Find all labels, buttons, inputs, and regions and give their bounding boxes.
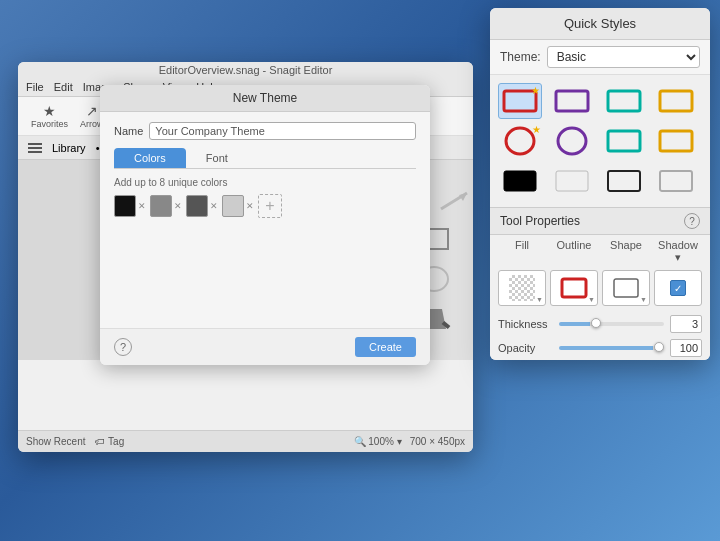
color-swatch-3[interactable] xyxy=(186,195,208,217)
remove-swatch-4[interactable]: ✕ xyxy=(246,201,254,211)
svg-rect-31 xyxy=(614,279,638,297)
menu-edit[interactable]: Edit xyxy=(54,81,73,93)
dialog-help-button[interactable]: ? xyxy=(114,338,132,356)
outline-control[interactable]: ▼ xyxy=(550,270,598,306)
menu-file[interactable]: File xyxy=(26,81,44,93)
tool-properties-panel: Tool Properties ? Fill Outline Shape Sha… xyxy=(490,207,710,360)
svg-point-22 xyxy=(506,128,534,154)
color-swatch-1[interactable] xyxy=(114,195,136,217)
svg-rect-21 xyxy=(660,91,692,111)
svg-rect-25 xyxy=(660,131,692,151)
shape-item-6[interactable] xyxy=(550,123,594,159)
quick-styles-panel: Quick Styles Theme: Basic ★ ★ xyxy=(490,8,710,360)
new-theme-dialog: New Theme Name Colors Font Add up to 8 u… xyxy=(100,85,430,365)
remove-swatch-3[interactable]: ✕ xyxy=(210,201,218,211)
dialog-footer: ? Create xyxy=(100,328,430,365)
outline-shape-icon xyxy=(560,277,588,299)
shape-item-7[interactable] xyxy=(602,123,646,159)
svg-rect-27 xyxy=(556,171,588,191)
svg-rect-30 xyxy=(562,279,586,297)
tool-props-title: Tool Properties xyxy=(500,214,580,228)
quick-styles-grid: ★ ★ xyxy=(490,75,710,207)
star-badge-1: ★ xyxy=(531,85,540,96)
fill-checkerboard-icon xyxy=(509,275,535,301)
shape-item-11[interactable] xyxy=(602,163,646,199)
opacity-label: Opacity xyxy=(498,342,553,354)
library-label[interactable]: Library xyxy=(52,142,86,154)
svg-rect-20 xyxy=(608,91,640,111)
colors-hint: Add up to 8 unique colors xyxy=(114,177,416,188)
shape-item-4[interactable] xyxy=(654,83,698,119)
thickness-slider[interactable] xyxy=(559,322,664,326)
tp-col-shape: Shape xyxy=(602,239,650,264)
opacity-row: Opacity 100 xyxy=(490,336,710,360)
toolbar-favorites-label: Favorites xyxy=(31,119,68,129)
remove-swatch-2[interactable]: ✕ xyxy=(174,201,182,211)
shape-item-10[interactable] xyxy=(550,163,594,199)
editor-title: EditorOverview.snag - Snagit Editor xyxy=(18,62,473,78)
tp-col-outline: Outline xyxy=(550,239,598,264)
toolbar-favorites[interactable]: ★ Favorites xyxy=(26,101,73,131)
swatch-item-2: ✕ xyxy=(150,195,182,217)
theme-select[interactable]: Basic xyxy=(547,46,700,68)
thickness-value[interactable]: 3 xyxy=(670,315,702,333)
quick-styles-title: Quick Styles xyxy=(490,8,710,40)
tp-col-shadow: Shadow ▾ xyxy=(654,239,702,264)
shadow-checkbox[interactable]: ✓ xyxy=(670,280,686,296)
tp-controls-row: ▼ ▼ ▼ ✓ xyxy=(490,268,710,312)
shape-item-2[interactable] xyxy=(550,83,594,119)
tool-props-help[interactable]: ? xyxy=(684,213,700,229)
fill-control[interactable]: ▼ xyxy=(498,270,546,306)
opacity-value[interactable]: 100 xyxy=(670,339,702,357)
color-swatch-2[interactable] xyxy=(150,195,172,217)
opacity-thumb xyxy=(654,342,664,352)
tab-font[interactable]: Font xyxy=(186,148,248,168)
shape-preview-icon xyxy=(612,277,640,299)
tp-col-fill: Fill xyxy=(498,239,546,264)
shadow-control[interactable]: ✓ xyxy=(654,270,702,306)
add-color-button[interactable]: + xyxy=(258,194,282,218)
zoom-control[interactable]: 🔍 100% ▾ xyxy=(354,436,402,447)
svg-rect-19 xyxy=(556,91,588,111)
fill-dropdown-arrow: ▼ xyxy=(536,296,543,303)
light-arrow-icon xyxy=(437,187,473,215)
dialog-title: New Theme xyxy=(100,85,430,112)
shape-control[interactable]: ▼ xyxy=(602,270,650,306)
theme-row: Theme: Basic xyxy=(490,40,710,75)
remove-swatch-1[interactable]: ✕ xyxy=(138,201,146,211)
opacity-slider[interactable] xyxy=(559,346,664,350)
shape-item-12[interactable] xyxy=(654,163,698,199)
color-swatches: ✕ ✕ ✕ ✕ + xyxy=(114,194,416,218)
show-recent-btn[interactable]: Show Recent xyxy=(26,436,85,447)
shape-item-3[interactable] xyxy=(602,83,646,119)
thickness-thumb xyxy=(591,318,601,328)
thickness-label: Thickness xyxy=(498,318,553,330)
theme-name-input[interactable] xyxy=(149,122,416,140)
tab-colors[interactable]: Colors xyxy=(114,148,186,168)
name-row: Name xyxy=(114,122,416,140)
tag-btn[interactable]: 🏷 Tag xyxy=(95,436,124,447)
svg-rect-24 xyxy=(608,131,640,151)
outline-dropdown-arrow: ▼ xyxy=(588,296,595,303)
swatch-item-4: ✕ xyxy=(222,195,254,217)
shape-item-1[interactable]: ★ xyxy=(498,83,542,119)
shape-item-5[interactable]: ★ xyxy=(498,123,542,159)
theme-label: Theme: xyxy=(500,50,541,64)
hamburger-menu[interactable] xyxy=(26,141,44,155)
star-badge-5: ★ xyxy=(532,124,541,135)
svg-point-23 xyxy=(558,128,586,154)
shape-item-8[interactable] xyxy=(654,123,698,159)
svg-rect-29 xyxy=(660,171,692,191)
thickness-row: Thickness 3 xyxy=(490,312,710,336)
color-swatch-4[interactable] xyxy=(222,195,244,217)
editor-title-text: EditorOverview.snag - Snagit Editor xyxy=(159,64,333,76)
tool-props-title-row: Tool Properties ? xyxy=(490,208,710,235)
dialog-body: Name Colors Font Add up to 8 unique colo… xyxy=(100,112,430,238)
shape-dropdown-arrow: ▼ xyxy=(640,296,647,303)
favorites-icon: ★ xyxy=(40,103,60,119)
arrow-icon: ↗ xyxy=(82,103,102,119)
svg-rect-26 xyxy=(504,171,536,191)
swatch-item-1: ✕ xyxy=(114,195,146,217)
create-theme-button[interactable]: Create xyxy=(355,337,416,357)
shape-item-9[interactable] xyxy=(498,163,542,199)
